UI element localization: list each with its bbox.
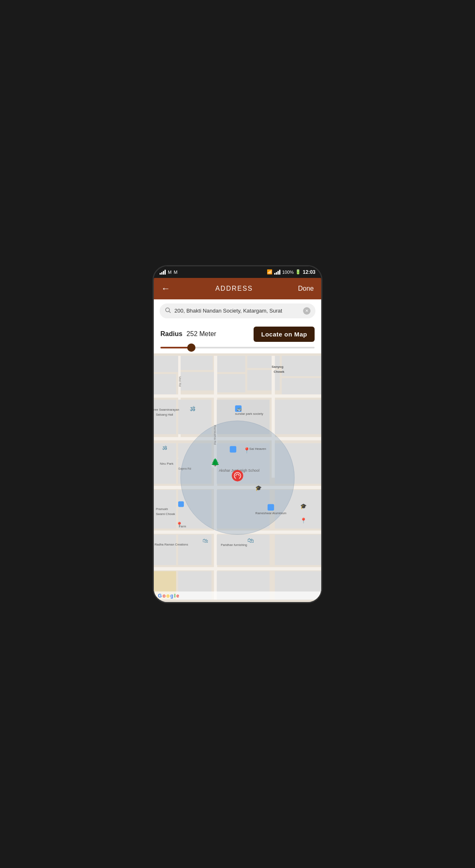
gmail-icon-2: M [174, 270, 177, 275]
slider-thumb[interactable] [187, 343, 195, 352]
svg-rect-24 [178, 400, 212, 434]
svg-text:🕉: 🕉 [162, 445, 167, 450]
radius-value: 252 Meter [186, 330, 254, 338]
svg-rect-17 [154, 394, 321, 398]
svg-text:sundar park society: sundar park society [235, 412, 263, 415]
svg-text:Sai Heaven: Sai Heaven [249, 447, 266, 451]
slider-fill [160, 347, 191, 348]
content-area: 200, Bhakti Nandan Society, Katargam, Su… [154, 299, 321, 602]
svg-text:🎓: 🎓 [300, 503, 307, 510]
radius-label: Radius [160, 330, 182, 338]
svg-text:Pramukh: Pramukh [156, 507, 168, 511]
svg-text:🕉: 🕉 [190, 405, 195, 412]
battery-label: 100% [282, 270, 294, 275]
search-bar-container: 200, Bhakti Nandan Society, Katargam, Su… [154, 299, 321, 322]
svg-rect-38 [275, 534, 321, 565]
search-bar[interactable]: 200, Bhakti Nandan Society, Katargam, Su… [160, 303, 315, 318]
svg-text:Gajera Rd: Gajera Rd [178, 467, 191, 470]
svg-text:Ved Rd: Ved Rd [178, 376, 182, 387]
slider-row [154, 343, 321, 353]
back-button[interactable]: ← [161, 283, 170, 294]
svg-rect-4 [180, 355, 213, 369]
map-svg: Ramkatha Rd Ved Rd Gajera Rd Sanyog Chow… [154, 353, 321, 602]
svg-text:🌲: 🌲 [211, 457, 220, 466]
search-clear-button[interactable]: ✕ [303, 307, 310, 315]
svg-rect-23 [154, 400, 176, 434]
locate-on-map-button[interactable]: Locate on Map [254, 327, 315, 342]
svg-rect-10 [282, 378, 321, 394]
svg-text:Satsang Hall: Satsang Hall [156, 412, 173, 416]
google-logo: G o o g l e [158, 593, 179, 599]
svg-line-1 [169, 311, 171, 313]
svg-text:Rameshwar Aluminium: Rameshwar Aluminium [255, 511, 286, 515]
wifi-icon: 📶 [267, 269, 273, 275]
search-icon [165, 307, 171, 315]
svg-rect-5 [154, 374, 176, 394]
page-title: ADDRESS [215, 285, 253, 292]
radius-row: Radius 252 Meter Locate on Map [154, 322, 321, 343]
svg-rect-62 [230, 446, 236, 452]
svg-rect-3 [154, 355, 178, 372]
svg-rect-7 [217, 355, 245, 372]
svg-text:🎓: 🎓 [255, 485, 262, 492]
time-label: 12:03 [303, 269, 315, 275]
svg-text:📍: 📍 [243, 447, 251, 454]
svg-text:Paridhan furnishing: Paridhan furnishing [221, 543, 247, 547]
battery-icon: 🔋 [295, 269, 301, 275]
status-right: 📶 100% 🔋 12:03 [267, 269, 315, 275]
signal-bars-right [274, 270, 280, 275]
slider-track[interactable] [160, 347, 315, 348]
svg-point-0 [166, 308, 169, 311]
done-button[interactable]: Done [298, 285, 314, 292]
signal-bars [160, 270, 166, 275]
svg-text:Niru Park: Niru Park [160, 461, 174, 465]
svg-text:Radha Raman Creations: Radha Raman Creations [155, 543, 188, 546]
phone-frame: M M 📶 100% 🔋 12:03 ← ADDRESS Done [153, 265, 322, 603]
svg-text:🛍: 🛍 [247, 537, 254, 544]
svg-text:🚌: 🚌 [237, 406, 242, 411]
svg-text:Swami Chowk: Swami Chowk [156, 512, 175, 516]
svg-text:ree Swaminarayan: ree Swaminarayan [154, 407, 179, 411]
svg-rect-21 [154, 567, 321, 570]
app-header: ← ADDRESS Done [154, 278, 321, 299]
search-value: 200, Bhakti Nandan Society, Katargam, Su… [174, 308, 300, 314]
status-left: M M [160, 270, 177, 275]
svg-text:Chowk: Chowk [274, 370, 285, 374]
svg-rect-26 [275, 400, 321, 434]
svg-rect-35 [154, 534, 176, 565]
status-bar: M M 📶 100% 🔋 12:03 [154, 266, 321, 278]
svg-text:📍: 📍 [300, 517, 307, 524]
svg-rect-37 [217, 534, 270, 565]
gmail-icon-1: M [168, 270, 172, 275]
svg-text:Ramkatha Rd: Ramkatha Rd [213, 425, 217, 445]
svg-text:Farm: Farm [179, 524, 186, 528]
svg-rect-63 [268, 504, 274, 510]
svg-text:Sanyog: Sanyog [272, 365, 284, 369]
svg-rect-64 [178, 501, 184, 507]
svg-rect-12 [217, 374, 245, 392]
map-area[interactable]: Ramkatha Rd Ved Rd Gajera Rd Sanyog Chow… [154, 353, 321, 602]
svg-text:🛍: 🛍 [202, 538, 208, 544]
svg-rect-6 [178, 372, 215, 390]
svg-rect-9 [282, 355, 321, 376]
